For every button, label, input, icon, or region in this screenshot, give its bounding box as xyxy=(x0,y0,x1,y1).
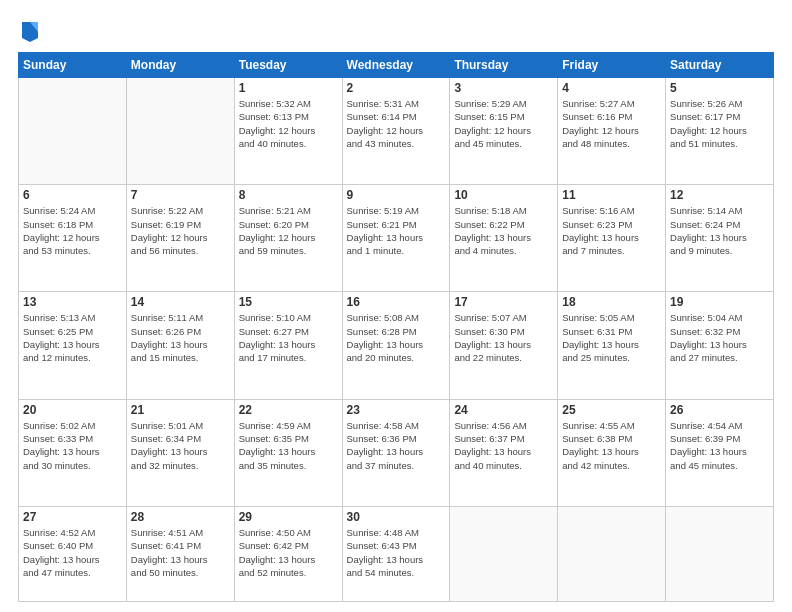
calendar-cell: 27Sunrise: 4:52 AM Sunset: 6:40 PM Dayli… xyxy=(19,506,127,601)
day-info: Sunrise: 4:54 AM Sunset: 6:39 PM Dayligh… xyxy=(670,419,769,472)
calendar-cell: 24Sunrise: 4:56 AM Sunset: 6:37 PM Dayli… xyxy=(450,399,558,506)
day-number: 24 xyxy=(454,403,553,417)
calendar-cell: 16Sunrise: 5:08 AM Sunset: 6:28 PM Dayli… xyxy=(342,292,450,399)
day-info: Sunrise: 5:01 AM Sunset: 6:34 PM Dayligh… xyxy=(131,419,230,472)
calendar-header-sunday: Sunday xyxy=(19,53,127,78)
day-number: 6 xyxy=(23,188,122,202)
calendar-cell: 29Sunrise: 4:50 AM Sunset: 6:42 PM Dayli… xyxy=(234,506,342,601)
calendar-header-saturday: Saturday xyxy=(666,53,774,78)
calendar-cell xyxy=(558,506,666,601)
day-number: 8 xyxy=(239,188,338,202)
calendar-cell xyxy=(666,506,774,601)
calendar-cell xyxy=(19,78,127,185)
calendar-week-1: 1Sunrise: 5:32 AM Sunset: 6:13 PM Daylig… xyxy=(19,78,774,185)
calendar-cell: 6Sunrise: 5:24 AM Sunset: 6:18 PM Daylig… xyxy=(19,185,127,292)
logo-icon xyxy=(20,18,40,42)
day-info: Sunrise: 5:21 AM Sunset: 6:20 PM Dayligh… xyxy=(239,204,338,257)
day-number: 20 xyxy=(23,403,122,417)
calendar-cell: 2Sunrise: 5:31 AM Sunset: 6:14 PM Daylig… xyxy=(342,78,450,185)
calendar-cell: 7Sunrise: 5:22 AM Sunset: 6:19 PM Daylig… xyxy=(126,185,234,292)
calendar-week-5: 27Sunrise: 4:52 AM Sunset: 6:40 PM Dayli… xyxy=(19,506,774,601)
calendar-header-wednesday: Wednesday xyxy=(342,53,450,78)
day-info: Sunrise: 4:48 AM Sunset: 6:43 PM Dayligh… xyxy=(347,526,446,579)
day-info: Sunrise: 5:27 AM Sunset: 6:16 PM Dayligh… xyxy=(562,97,661,150)
day-info: Sunrise: 5:14 AM Sunset: 6:24 PM Dayligh… xyxy=(670,204,769,257)
calendar-header-monday: Monday xyxy=(126,53,234,78)
day-number: 29 xyxy=(239,510,338,524)
day-number: 21 xyxy=(131,403,230,417)
day-number: 22 xyxy=(239,403,338,417)
day-number: 5 xyxy=(670,81,769,95)
day-info: Sunrise: 4:59 AM Sunset: 6:35 PM Dayligh… xyxy=(239,419,338,472)
day-number: 4 xyxy=(562,81,661,95)
day-info: Sunrise: 4:58 AM Sunset: 6:36 PM Dayligh… xyxy=(347,419,446,472)
calendar-cell: 25Sunrise: 4:55 AM Sunset: 6:38 PM Dayli… xyxy=(558,399,666,506)
day-info: Sunrise: 5:32 AM Sunset: 6:13 PM Dayligh… xyxy=(239,97,338,150)
day-info: Sunrise: 5:26 AM Sunset: 6:17 PM Dayligh… xyxy=(670,97,769,150)
calendar-cell xyxy=(126,78,234,185)
day-info: Sunrise: 4:56 AM Sunset: 6:37 PM Dayligh… xyxy=(454,419,553,472)
calendar-week-2: 6Sunrise: 5:24 AM Sunset: 6:18 PM Daylig… xyxy=(19,185,774,292)
day-number: 12 xyxy=(670,188,769,202)
calendar-cell: 5Sunrise: 5:26 AM Sunset: 6:17 PM Daylig… xyxy=(666,78,774,185)
calendar-cell: 1Sunrise: 5:32 AM Sunset: 6:13 PM Daylig… xyxy=(234,78,342,185)
day-info: Sunrise: 5:29 AM Sunset: 6:15 PM Dayligh… xyxy=(454,97,553,150)
calendar-cell: 20Sunrise: 5:02 AM Sunset: 6:33 PM Dayli… xyxy=(19,399,127,506)
page: SundayMondayTuesdayWednesdayThursdayFrid… xyxy=(0,0,792,612)
day-number: 23 xyxy=(347,403,446,417)
header xyxy=(18,18,774,42)
day-info: Sunrise: 4:55 AM Sunset: 6:38 PM Dayligh… xyxy=(562,419,661,472)
day-number: 11 xyxy=(562,188,661,202)
day-info: Sunrise: 4:51 AM Sunset: 6:41 PM Dayligh… xyxy=(131,526,230,579)
calendar-cell: 13Sunrise: 5:13 AM Sunset: 6:25 PM Dayli… xyxy=(19,292,127,399)
day-number: 27 xyxy=(23,510,122,524)
day-number: 30 xyxy=(347,510,446,524)
day-info: Sunrise: 5:07 AM Sunset: 6:30 PM Dayligh… xyxy=(454,311,553,364)
day-number: 16 xyxy=(347,295,446,309)
day-number: 28 xyxy=(131,510,230,524)
day-info: Sunrise: 5:10 AM Sunset: 6:27 PM Dayligh… xyxy=(239,311,338,364)
day-info: Sunrise: 5:13 AM Sunset: 6:25 PM Dayligh… xyxy=(23,311,122,364)
day-info: Sunrise: 5:16 AM Sunset: 6:23 PM Dayligh… xyxy=(562,204,661,257)
day-info: Sunrise: 5:18 AM Sunset: 6:22 PM Dayligh… xyxy=(454,204,553,257)
calendar-cell: 8Sunrise: 5:21 AM Sunset: 6:20 PM Daylig… xyxy=(234,185,342,292)
day-number: 25 xyxy=(562,403,661,417)
day-number: 7 xyxy=(131,188,230,202)
day-number: 26 xyxy=(670,403,769,417)
calendar-table: SundayMondayTuesdayWednesdayThursdayFrid… xyxy=(18,52,774,602)
calendar-cell: 10Sunrise: 5:18 AM Sunset: 6:22 PM Dayli… xyxy=(450,185,558,292)
day-number: 3 xyxy=(454,81,553,95)
calendar-header-row: SundayMondayTuesdayWednesdayThursdayFrid… xyxy=(19,53,774,78)
calendar-cell: 23Sunrise: 4:58 AM Sunset: 6:36 PM Dayli… xyxy=(342,399,450,506)
day-info: Sunrise: 5:05 AM Sunset: 6:31 PM Dayligh… xyxy=(562,311,661,364)
calendar-cell: 28Sunrise: 4:51 AM Sunset: 6:41 PM Dayli… xyxy=(126,506,234,601)
day-number: 15 xyxy=(239,295,338,309)
calendar-cell: 21Sunrise: 5:01 AM Sunset: 6:34 PM Dayli… xyxy=(126,399,234,506)
day-info: Sunrise: 5:22 AM Sunset: 6:19 PM Dayligh… xyxy=(131,204,230,257)
day-number: 14 xyxy=(131,295,230,309)
calendar-week-4: 20Sunrise: 5:02 AM Sunset: 6:33 PM Dayli… xyxy=(19,399,774,506)
day-number: 13 xyxy=(23,295,122,309)
calendar-header-thursday: Thursday xyxy=(450,53,558,78)
calendar-cell: 19Sunrise: 5:04 AM Sunset: 6:32 PM Dayli… xyxy=(666,292,774,399)
calendar-cell: 22Sunrise: 4:59 AM Sunset: 6:35 PM Dayli… xyxy=(234,399,342,506)
calendar-cell: 26Sunrise: 4:54 AM Sunset: 6:39 PM Dayli… xyxy=(666,399,774,506)
day-info: Sunrise: 5:02 AM Sunset: 6:33 PM Dayligh… xyxy=(23,419,122,472)
day-info: Sunrise: 5:31 AM Sunset: 6:14 PM Dayligh… xyxy=(347,97,446,150)
day-number: 9 xyxy=(347,188,446,202)
day-number: 18 xyxy=(562,295,661,309)
calendar-cell: 17Sunrise: 5:07 AM Sunset: 6:30 PM Dayli… xyxy=(450,292,558,399)
day-info: Sunrise: 5:04 AM Sunset: 6:32 PM Dayligh… xyxy=(670,311,769,364)
calendar-cell: 4Sunrise: 5:27 AM Sunset: 6:16 PM Daylig… xyxy=(558,78,666,185)
day-info: Sunrise: 4:52 AM Sunset: 6:40 PM Dayligh… xyxy=(23,526,122,579)
calendar-cell: 30Sunrise: 4:48 AM Sunset: 6:43 PM Dayli… xyxy=(342,506,450,601)
day-info: Sunrise: 5:19 AM Sunset: 6:21 PM Dayligh… xyxy=(347,204,446,257)
calendar-cell: 12Sunrise: 5:14 AM Sunset: 6:24 PM Dayli… xyxy=(666,185,774,292)
calendar-header-friday: Friday xyxy=(558,53,666,78)
calendar-cell: 3Sunrise: 5:29 AM Sunset: 6:15 PM Daylig… xyxy=(450,78,558,185)
calendar-cell: 15Sunrise: 5:10 AM Sunset: 6:27 PM Dayli… xyxy=(234,292,342,399)
day-number: 10 xyxy=(454,188,553,202)
calendar-header-tuesday: Tuesday xyxy=(234,53,342,78)
day-info: Sunrise: 5:24 AM Sunset: 6:18 PM Dayligh… xyxy=(23,204,122,257)
calendar-cell: 14Sunrise: 5:11 AM Sunset: 6:26 PM Dayli… xyxy=(126,292,234,399)
